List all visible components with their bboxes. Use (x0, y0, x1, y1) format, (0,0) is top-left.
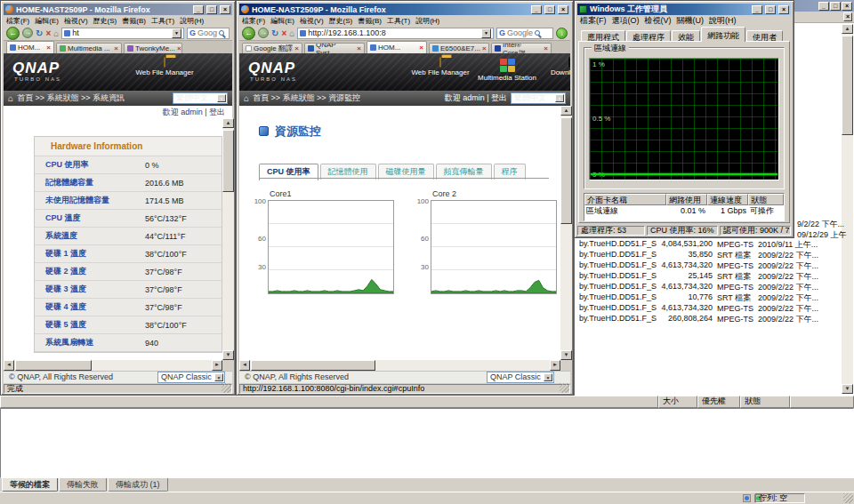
browser-tab[interactable]: HOM... × (6, 41, 54, 53)
menu-item[interactable]: 歷史(S) (91, 16, 120, 26)
browser-tab[interactable]: Google 翻譯 × (242, 43, 302, 53)
scroll-right-icon[interactable]: ► (212, 360, 222, 371)
reload-icon[interactable]: ↻ (271, 27, 278, 40)
close-button[interactable]: × (220, 5, 230, 14)
file-row[interactable]: by.TrueHD.DD51.F_Silu.disk2.ts 4,084,531… (575, 239, 842, 250)
file-row[interactable]: by.TrueHD.DD51.F_Silu.disk3.srt 35,850 S… (575, 250, 842, 260)
vertical-scrollbar[interactable]: ▲ ▼ (560, 106, 572, 360)
welcome-logout-link[interactable]: 歡迎 admin | 登出 (445, 92, 507, 104)
column-adapter-name[interactable]: 介面卡名稱 (584, 194, 666, 205)
maximize-button[interactable]: □ (544, 5, 555, 14)
file-row[interactable]: by.TrueHD.DD51.F_Silu.disk4.ts 4,613,734… (575, 282, 842, 292)
menu-item[interactable]: 檔案(F) (239, 16, 268, 26)
adapter-row[interactable]: 區域連線 0.01 % 1 Gbps 可操作 (584, 205, 784, 216)
browser-tab[interactable]: Intel® Core™... × (491, 43, 552, 53)
minimize-button[interactable]: _ (531, 5, 542, 14)
download-manager-icon[interactable]: ↓ (556, 28, 568, 39)
scrollbar-thumb[interactable] (842, 36, 853, 135)
maximize-button[interactable]: □ (206, 5, 217, 14)
browser-tab[interactable]: QNAP Syst... × (304, 43, 365, 53)
queue-list-area[interactable] (0, 408, 854, 478)
close-button[interactable]: × (778, 5, 789, 14)
menu-item[interactable]: 書籤(B) (355, 16, 384, 26)
scroll-down-icon[interactable]: ▼ (222, 350, 234, 360)
home-icon[interactable]: ⌂ (289, 27, 294, 40)
back-icon[interactable]: ← (242, 27, 255, 40)
browser-tab[interactable]: HOM... × (367, 41, 427, 53)
home-icon[interactable]: ⌂ (8, 93, 13, 103)
scroll-right-icon[interactable]: ► (550, 360, 560, 371)
service-web-file-manager[interactable]: Web File Manager (133, 58, 197, 76)
menu-item[interactable]: 工具(T) (384, 16, 413, 26)
file-row[interactable]: by.TrueHD.DD51.F_Silu.disk5.ts 4,613,734… (575, 303, 842, 314)
search-icon[interactable] (219, 30, 224, 36)
queue-column-size[interactable]: 大小 (658, 396, 697, 408)
maximize-button[interactable]: □ (765, 5, 776, 14)
service-web-file-manager[interactable]: Web File Manager (408, 58, 472, 76)
minimize-button[interactable]: _ (193, 5, 204, 14)
minimize-button[interactable]: _ (818, 2, 829, 11)
tab-close-icon[interactable]: × (544, 44, 548, 52)
tab-close-icon[interactable]: × (46, 44, 51, 52)
resize-grip[interactable] (843, 493, 853, 503)
horizontal-scrollbar[interactable]: ◄ ► (4, 360, 222, 371)
file-row[interactable]: by.TrueHD.DD51.F_Silu.disk4.srt 25,145 S… (575, 271, 842, 282)
resize-grip[interactable] (560, 383, 569, 393)
chevron-down-icon[interactable]: ▼ (481, 28, 491, 38)
queue-column-status[interactable]: 狀態 (740, 396, 790, 408)
scrollbar-thumb[interactable] (560, 117, 572, 224)
scroll-up-icon[interactable]: ▲ (222, 118, 234, 128)
browser-tab[interactable]: Multimedia ... × (56, 43, 122, 53)
tab-close-icon[interactable]: × (419, 44, 423, 52)
home-icon[interactable]: ⌂ (244, 93, 249, 103)
service-multimedia-station[interactable]: Multimedia Station (475, 58, 539, 82)
file-row[interactable]: by.TrueHD.DD51.F_Silu.disk3.ts 4,613,734… (575, 260, 842, 271)
menu-item[interactable]: 檔案(F) (4, 16, 32, 26)
forward-icon[interactable]: → (258, 28, 269, 38)
scroll-up-icon[interactable]: ▲ (842, 24, 853, 34)
menu-item[interactable]: 說明(H) (413, 16, 442, 26)
tab-close-icon[interactable]: × (482, 44, 487, 52)
minimize-button[interactable]: _ (752, 5, 762, 14)
menu-item[interactable]: 編輯(E) (32, 16, 61, 26)
breadcrumb[interactable]: 首頁 >> 系統狀態 >> 系統資訊 (17, 92, 125, 104)
file-row[interactable]: by.TrueHD.DD51.F_Silu.disk5.srt 10,776 S… (575, 292, 842, 303)
scroll-up-icon[interactable]: ▲ (560, 106, 572, 116)
menu-item[interactable]: 檢視(V) (297, 16, 326, 26)
queue-column-priority[interactable]: 優先權 (697, 396, 740, 408)
breadcrumb[interactable]: 首頁 >> 系統狀態 >> 資源監控 (253, 92, 360, 104)
tab-close-icon[interactable]: × (294, 44, 299, 52)
queue-column-header-empty[interactable] (0, 396, 658, 408)
tab-failed-transfers[interactable]: 傳輸失敗 (59, 478, 107, 492)
home-icon[interactable]: ⌂ (53, 27, 59, 40)
menu-item[interactable]: 編輯(E) (268, 16, 297, 26)
theme-select[interactable]: QNAP Classic ▼ (487, 372, 554, 383)
browser-tab[interactable]: TwonkyMe... × (124, 43, 182, 53)
chevron-down-icon[interactable]: ▼ (172, 28, 181, 38)
search-input[interactable]: G Google (496, 28, 553, 39)
tab-close-icon[interactable]: × (177, 44, 181, 52)
forward-icon[interactable]: → (22, 28, 33, 38)
scroll-down-icon[interactable]: ▼ (842, 384, 853, 394)
menu-item[interactable]: 關機(U) (674, 15, 707, 27)
tab-close-icon[interactable]: × (114, 44, 118, 52)
menu-item[interactable]: 檔案(F) (577, 15, 609, 27)
tab-queued-files[interactable]: 等候的檔案 (2, 478, 58, 492)
menu-item[interactable]: 檢視(V) (61, 16, 91, 26)
theme-select[interactable]: QNAP Classic ▼ (157, 372, 225, 383)
stop-icon[interactable]: × (45, 27, 51, 40)
address-bar[interactable]: http://192.168.1.100:8 ▼ (297, 28, 494, 39)
menu-item[interactable]: 選項(O) (609, 15, 642, 27)
resize-grip[interactable] (222, 383, 231, 393)
stop-icon[interactable]: × (281, 27, 286, 40)
browser-tab[interactable]: E6500&E7... × (429, 43, 489, 53)
close-button[interactable]: × (558, 5, 568, 14)
tab-successful-transfers[interactable]: 傳輸成功 (1) (108, 478, 168, 492)
reload-icon[interactable]: ↻ (36, 27, 43, 40)
column-state[interactable]: 狀態 (748, 194, 784, 205)
tab-networking[interactable]: 網路功能 (701, 27, 745, 42)
scroll-left-icon[interactable]: ◄ (4, 360, 14, 371)
scrollbar-thumb[interactable] (251, 360, 375, 371)
close-icon[interactable]: × (843, 12, 852, 21)
maximize-button[interactable]: □ (830, 2, 841, 11)
